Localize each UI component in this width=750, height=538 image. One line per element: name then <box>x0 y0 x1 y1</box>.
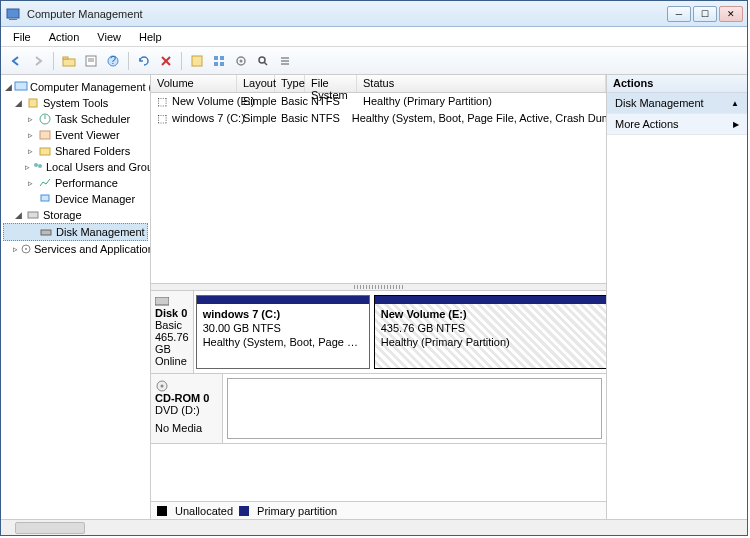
svg-text:?: ? <box>110 55 116 66</box>
tree-task-scheduler[interactable]: ▹Task Scheduler <box>3 111 148 127</box>
cdrom-icon <box>155 380 218 392</box>
tree-system-tools[interactable]: ◢System Tools <box>3 95 148 111</box>
volume-row[interactable]: ⬚ New Volume (E:) Simple Basic NTFS Heal… <box>151 93 606 110</box>
svg-rect-0 <box>7 9 19 18</box>
tree-device-manager[interactable]: Device Manager <box>3 191 148 207</box>
tree-scrollbar[interactable] <box>1 519 747 535</box>
tree-label: Services and Applications <box>34 243 151 255</box>
svg-rect-33 <box>41 230 51 235</box>
menu-help[interactable]: Help <box>131 29 170 45</box>
svg-rect-28 <box>40 148 50 155</box>
swatch-unallocated <box>157 506 167 516</box>
tree-label: Performance <box>55 177 118 189</box>
properties-button[interactable] <box>82 52 100 70</box>
volume-row[interactable]: ⬚ windows 7 (C:) Simple Basic NTFS Healt… <box>151 110 606 127</box>
tree-label: System Tools <box>43 97 108 109</box>
partition-e[interactable]: New Volume (E:) 435.76 GB NTFS Healthy (… <box>374 295 606 369</box>
delete-button[interactable] <box>157 52 175 70</box>
tree-disk-management[interactable]: Disk Management <box>3 223 148 241</box>
disk-header[interactable]: Disk 0 Basic 465.76 GB Online <box>151 291 194 373</box>
computer-icon <box>14 80 28 94</box>
find-icon[interactable] <box>254 52 272 70</box>
svg-point-30 <box>38 164 42 168</box>
back-button[interactable] <box>7 52 25 70</box>
refresh-button[interactable] <box>135 52 153 70</box>
col-volume[interactable]: Volume <box>151 75 237 92</box>
svg-rect-1 <box>9 19 17 20</box>
cdrom-header[interactable]: CD-ROM 0 DVD (D:) No Media <box>151 374 223 443</box>
toolbar-sep <box>181 52 182 70</box>
forward-button[interactable] <box>29 52 47 70</box>
disk-graphical-view[interactable]: Disk 0 Basic 465.76 GB Online windows 7 … <box>151 291 606 501</box>
clock-icon <box>37 112 53 126</box>
tree-label: Disk Management <box>56 226 145 238</box>
tree-label: Task Scheduler <box>55 113 130 125</box>
pane-splitter[interactable] <box>151 283 606 291</box>
actions-pane: Actions Disk Management▲ More Actions▶ <box>607 75 747 519</box>
svg-line-19 <box>264 62 267 65</box>
tree-label: Storage <box>43 209 82 221</box>
cdrom-0[interactable]: CD-ROM 0 DVD (D:) No Media <box>151 374 606 444</box>
svg-rect-31 <box>41 195 49 201</box>
svg-rect-36 <box>155 297 169 305</box>
disk-icon <box>38 225 54 239</box>
tools-icon <box>25 96 41 110</box>
tree-label: Shared Folders <box>55 145 130 157</box>
navigation-tree[interactable]: ◢Computer Management (Local) ◢System Too… <box>1 75 151 519</box>
svg-point-38 <box>161 385 164 388</box>
disk-partitions: windows 7 (C:) 30.00 GB NTFS Healthy (Sy… <box>194 291 606 373</box>
svg-rect-27 <box>40 131 50 139</box>
maximize-button[interactable]: ☐ <box>693 6 717 22</box>
list-icon[interactable] <box>276 52 294 70</box>
window-buttons: ─ ☐ ✕ <box>667 6 743 22</box>
help-button[interactable]: ? <box>104 52 122 70</box>
svg-point-17 <box>240 59 243 62</box>
swatch-primary <box>239 506 249 516</box>
action-more-actions[interactable]: More Actions▶ <box>607 114 747 135</box>
actions-header: Actions <box>607 75 747 93</box>
tree-local-users[interactable]: ▹Local Users and Groups <box>3 159 148 175</box>
action-disk-management[interactable]: Disk Management▲ <box>607 93 747 114</box>
svg-rect-14 <box>214 62 218 66</box>
volume-list[interactable]: ⬚ New Volume (E:) Simple Basic NTFS Heal… <box>151 93 606 283</box>
menu-action[interactable]: Action <box>41 29 88 45</box>
disk-icon <box>155 297 189 307</box>
titlebar[interactable]: Computer Management ─ ☐ ✕ <box>1 1 747 27</box>
svg-rect-3 <box>63 57 68 59</box>
device-icon <box>37 192 53 206</box>
drive-icon: ⬚ <box>157 112 169 125</box>
window-title: Computer Management <box>27 8 667 20</box>
disk-0[interactable]: Disk 0 Basic 465.76 GB Online windows 7 … <box>151 291 606 374</box>
svg-rect-15 <box>220 62 224 66</box>
tree-storage[interactable]: ◢Storage <box>3 207 148 223</box>
toolbar: ? <box>1 47 747 75</box>
tree-performance[interactable]: ▹Performance <box>3 175 148 191</box>
col-layout[interactable]: Layout <box>237 75 275 92</box>
svg-rect-23 <box>15 82 27 90</box>
close-button[interactable]: ✕ <box>719 6 743 22</box>
action-icon[interactable] <box>232 52 250 70</box>
volume-list-header[interactable]: Volume Layout Type File System Status <box>151 75 606 93</box>
tree-shared-folders[interactable]: ▹Shared Folders <box>3 143 148 159</box>
col-filesystem[interactable]: File System <box>305 75 357 92</box>
partition-c[interactable]: windows 7 (C:) 30.00 GB NTFS Healthy (Sy… <box>196 295 370 369</box>
col-status[interactable]: Status <box>357 75 606 92</box>
tree-root[interactable]: ◢Computer Management (Local) <box>3 79 148 95</box>
tree-event-viewer[interactable]: ▹Event Viewer <box>3 127 148 143</box>
col-type[interactable]: Type <box>275 75 305 92</box>
no-media-area <box>227 378 602 439</box>
svg-rect-12 <box>214 56 218 60</box>
scrollbar-thumb[interactable] <box>15 522 85 534</box>
tree-services[interactable]: ▹Services and Applications <box>3 241 148 257</box>
view-icon[interactable] <box>210 52 228 70</box>
menu-view[interactable]: View <box>89 29 129 45</box>
up-button[interactable] <box>60 52 78 70</box>
svg-rect-32 <box>28 212 38 218</box>
app-icon <box>5 6 21 22</box>
center-pane: Volume Layout Type File System Status ⬚ … <box>151 75 607 519</box>
minimize-button[interactable]: ─ <box>667 6 691 22</box>
main-body: ◢Computer Management (Local) ◢System Too… <box>1 75 747 519</box>
menu-file[interactable]: File <box>5 29 39 45</box>
settings-icon[interactable] <box>188 52 206 70</box>
legend: Unallocated Primary partition <box>151 501 606 519</box>
